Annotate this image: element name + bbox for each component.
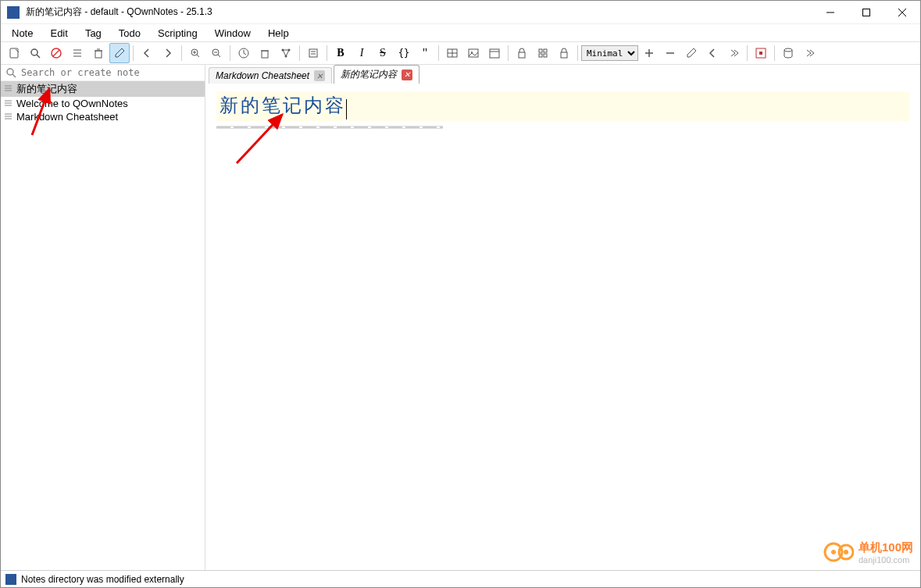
svg-point-6 xyxy=(31,49,37,55)
separator xyxy=(577,45,578,61)
italic-icon[interactable]: I xyxy=(352,43,372,63)
separator xyxy=(133,45,134,61)
pencil-icon[interactable] xyxy=(681,43,701,63)
note-file-icon xyxy=(4,112,13,122)
prev-icon[interactable] xyxy=(702,43,723,63)
svg-line-63 xyxy=(237,115,282,163)
separator xyxy=(230,45,230,61)
note-item[interactable]: Welcome to QOwnNotes xyxy=(1,97,205,110)
grid-icon[interactable] xyxy=(533,43,553,63)
menu-note[interactable]: Note xyxy=(4,26,41,41)
search-icon[interactable] xyxy=(25,43,45,63)
search-icon xyxy=(5,67,16,78)
text-cursor xyxy=(346,99,347,119)
separator xyxy=(438,45,439,61)
svg-point-51 xyxy=(7,69,13,75)
trash-icon[interactable] xyxy=(88,43,109,63)
svg-rect-49 xyxy=(759,52,762,55)
toolbar: B I S {} " Minimal xyxy=(1,41,920,65)
menubar: Note Edit Tag Todo Scripting Window Help xyxy=(1,24,920,41)
separator xyxy=(327,45,327,61)
menu-todo[interactable]: Todo xyxy=(111,26,148,41)
tab[interactable]: Markdown Cheatsheet ✕ xyxy=(209,67,332,84)
quote-icon[interactable]: " xyxy=(415,43,435,63)
tab-close-icon[interactable]: ✕ xyxy=(402,69,412,80)
separator xyxy=(181,45,182,61)
svg-rect-43 xyxy=(544,54,547,57)
note-item[interactable]: Markdown Cheatsheet xyxy=(1,110,205,123)
edit-icon[interactable] xyxy=(109,43,130,63)
separator xyxy=(299,45,300,61)
plus-icon[interactable] xyxy=(639,43,659,63)
menu-edit[interactable]: Edit xyxy=(42,26,75,41)
note-label: Markdown Cheatsheet xyxy=(16,111,118,123)
overflow2-icon[interactable] xyxy=(799,43,819,63)
svg-rect-44 xyxy=(561,52,567,58)
close-button[interactable] xyxy=(884,1,920,24)
new-note-icon[interactable] xyxy=(4,43,24,63)
window-title: 新的笔记内容 - default - QOwnNotes - 25.1.3 xyxy=(26,5,812,19)
svg-point-68 xyxy=(844,550,848,554)
tab-label: Markdown Cheatsheet xyxy=(216,70,309,81)
app-icon xyxy=(7,6,20,19)
maximize-button[interactable] xyxy=(848,1,884,24)
svg-rect-37 xyxy=(490,49,499,58)
search-input[interactable] xyxy=(16,67,200,78)
svg-line-52 xyxy=(12,74,16,77)
lock-icon[interactable] xyxy=(512,43,532,63)
svg-rect-24 xyxy=(262,51,268,58)
svg-line-17 xyxy=(197,55,199,57)
svg-rect-42 xyxy=(539,54,542,57)
note-file-icon xyxy=(4,84,13,94)
note-file-icon xyxy=(4,99,13,109)
titlebar: 新的笔记内容 - default - QOwnNotes - 25.1.3 xyxy=(1,1,920,24)
status-icon xyxy=(5,574,16,585)
overflow-icon[interactable] xyxy=(723,43,744,63)
window-controls xyxy=(812,1,920,24)
svg-rect-1 xyxy=(863,9,870,16)
network-icon[interactable] xyxy=(276,43,296,63)
separator xyxy=(747,45,748,61)
insert-date-icon[interactable] xyxy=(484,43,505,63)
svg-rect-41 xyxy=(544,49,547,52)
list-icon[interactable] xyxy=(67,43,87,63)
statusbar: Notes directory was modified externally xyxy=(1,570,920,587)
minus-icon[interactable] xyxy=(660,43,680,63)
database-icon[interactable] xyxy=(778,43,798,63)
note-item[interactable]: 新的笔记内容 xyxy=(1,81,205,97)
tab-close-icon[interactable]: ✕ xyxy=(314,70,325,81)
paragraph-icon[interactable] xyxy=(303,43,323,63)
zoom-in-icon[interactable] xyxy=(185,43,205,63)
insert-image-icon[interactable] xyxy=(463,43,484,63)
bold-icon[interactable]: B xyxy=(330,43,351,63)
lock2-icon[interactable] xyxy=(554,43,574,63)
main-area: 新的笔记内容 Welcome to QOwnNotes Markdown Che… xyxy=(1,65,920,570)
code-icon[interactable]: {} xyxy=(394,43,414,63)
minimize-button[interactable] xyxy=(812,1,848,24)
strikethrough-icon[interactable]: S xyxy=(373,43,393,63)
note-label: Welcome to QOwnNotes xyxy=(16,98,128,109)
menu-scripting[interactable]: Scripting xyxy=(150,26,205,41)
menu-tag[interactable]: Tag xyxy=(77,26,109,41)
insert-table-icon[interactable] xyxy=(442,43,462,63)
history-icon[interactable] xyxy=(234,43,254,63)
forward-icon[interactable] xyxy=(158,43,178,63)
trash2-icon[interactable] xyxy=(255,43,275,63)
watermark-text: 单机100网 danji100.com xyxy=(859,540,913,565)
menu-window[interactable]: Window xyxy=(207,26,259,41)
tab-label: 新的笔记内容 xyxy=(341,68,397,81)
editor-area: Markdown Cheatsheet ✕ 新的笔记内容 ✕ 新的笔记内容 xyxy=(205,65,920,570)
forbid-icon[interactable] xyxy=(46,43,66,63)
watermark: 单机100网 danji100.com xyxy=(823,536,913,568)
format-select[interactable]: Minimal xyxy=(581,45,638,61)
zoom-out-icon[interactable] xyxy=(206,43,227,63)
back-icon[interactable] xyxy=(137,43,157,63)
menu-help[interactable]: Help xyxy=(260,26,297,41)
separator xyxy=(508,45,509,61)
tab[interactable]: 新的笔记内容 ✕ xyxy=(334,65,419,84)
record-icon[interactable] xyxy=(751,43,771,63)
svg-rect-35 xyxy=(469,49,478,57)
svg-rect-39 xyxy=(519,52,525,58)
watermark-logo-icon xyxy=(823,536,854,568)
editor[interactable]: 新的笔记内容 xyxy=(205,84,920,570)
